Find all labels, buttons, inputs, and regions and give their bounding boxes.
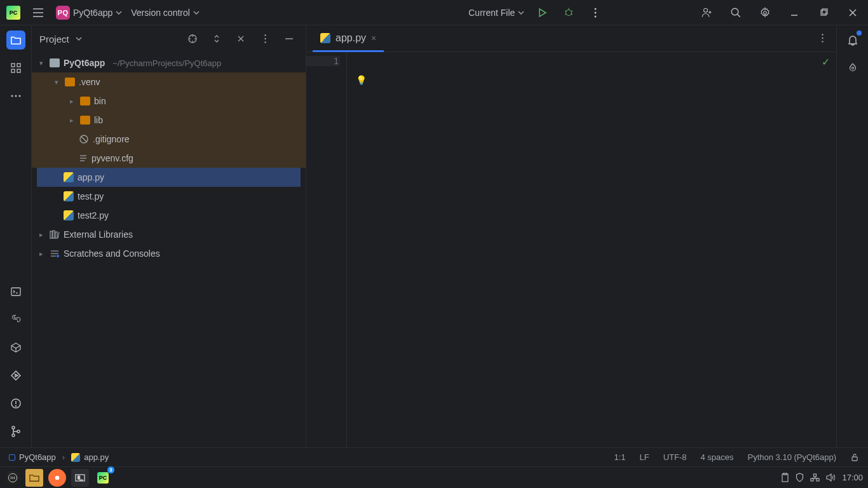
svg-point-41 bbox=[12, 434, 15, 437]
expand-collapse-button[interactable] bbox=[208, 30, 226, 48]
tree-item-label: lib bbox=[94, 115, 103, 125]
tray-shield-icon[interactable] bbox=[796, 473, 804, 482]
debug-button[interactable] bbox=[560, 4, 578, 22]
tree-item[interactable]: test.py bbox=[32, 187, 306, 206]
project-panel-title: Project bbox=[39, 34, 69, 44]
folder-icon bbox=[50, 58, 60, 67]
indent-settings[interactable]: 4 spaces bbox=[700, 452, 733, 462]
services-tool-button[interactable] bbox=[6, 366, 25, 385]
project-dropdown[interactable]: PQ PyQt6app bbox=[56, 6, 122, 20]
svg-marker-3 bbox=[539, 9, 546, 17]
readonly-toggle[interactable] bbox=[850, 453, 859, 462]
settings-button[interactable] bbox=[756, 4, 774, 22]
collapse-all-button[interactable] bbox=[232, 30, 250, 48]
chevron-down-icon[interactable] bbox=[76, 37, 82, 41]
breadcrumb[interactable]: PyQt6app bbox=[9, 452, 56, 462]
minimize-window-button[interactable] bbox=[785, 4, 803, 22]
breadcrumb-sep: › bbox=[62, 452, 65, 462]
tree-external-libraries[interactable]: ▸ External Libraries bbox=[32, 225, 306, 244]
tree-venv[interactable]: ▾ .venv bbox=[32, 72, 306, 92]
vcs-dropdown[interactable]: Version control bbox=[131, 8, 200, 18]
search-everywhere-button[interactable] bbox=[727, 4, 745, 22]
python-file-icon bbox=[71, 453, 80, 462]
taskbar-terminal[interactable]: $_ bbox=[71, 469, 89, 487]
svg-point-16 bbox=[731, 8, 738, 15]
taskbar-pycharm[interactable] bbox=[94, 469, 112, 487]
editor-code-area[interactable]: 💡 ✓ bbox=[347, 52, 836, 447]
svg-rect-27 bbox=[17, 69, 20, 72]
interpreter[interactable]: Python 3.10 (PyQt6app) bbox=[748, 452, 836, 462]
tree-scratches[interactable]: ▸ Scratches and Consoles bbox=[32, 244, 306, 263]
chevron-right-icon: ▸ bbox=[67, 97, 76, 105]
terminal-tool-button[interactable] bbox=[6, 282, 25, 301]
tree-item[interactable]: pyvenv.cfg bbox=[32, 149, 306, 168]
close-window-button[interactable] bbox=[844, 4, 862, 22]
structure-tool-button[interactable] bbox=[6, 58, 25, 78]
maximize-window-button[interactable] bbox=[815, 4, 832, 22]
run-button[interactable] bbox=[533, 4, 551, 22]
chevron-right-icon: ▸ bbox=[37, 231, 46, 239]
run-config-dropdown[interactable]: Current File bbox=[468, 8, 524, 18]
tree-item[interactable]: ▸ bin bbox=[32, 92, 306, 111]
panel-options-button[interactable] bbox=[256, 30, 274, 48]
python-packages-tool-button[interactable] bbox=[6, 338, 25, 357]
more-run-button[interactable] bbox=[587, 4, 604, 22]
tree-item[interactable]: .gitignore bbox=[32, 130, 306, 149]
main-menu-button[interactable] bbox=[29, 4, 47, 22]
tree-item[interactable]: ▸ lib bbox=[32, 111, 306, 130]
hide-panel-button[interactable] bbox=[280, 30, 298, 48]
svg-rect-31 bbox=[11, 288, 20, 295]
taskbar-firefox[interactable] bbox=[48, 469, 66, 487]
svg-point-73 bbox=[55, 475, 60, 480]
tray-clipboard-icon[interactable] bbox=[781, 473, 789, 482]
file-encoding[interactable]: UTF-8 bbox=[663, 452, 687, 462]
editor-gutter[interactable]: 1 bbox=[306, 52, 347, 447]
intention-bulb-icon[interactable]: 💡 bbox=[356, 75, 367, 85]
tree-item-label: bin bbox=[94, 96, 106, 106]
tray-volume-icon[interactable] bbox=[826, 473, 836, 482]
notifications-button[interactable] bbox=[843, 30, 862, 50]
svg-line-8 bbox=[565, 14, 566, 15]
more-tools-button[interactable] bbox=[6, 86, 25, 105]
ai-assistant-button[interactable] bbox=[843, 58, 862, 78]
svg-point-29 bbox=[15, 95, 17, 97]
tree-item-selected[interactable]: app.py bbox=[37, 168, 301, 187]
svg-text:$_: $_ bbox=[78, 475, 83, 480]
svg-marker-36 bbox=[15, 374, 18, 377]
run-config-label: Current File bbox=[468, 8, 515, 18]
text-file-icon bbox=[79, 154, 88, 163]
breadcrumb[interactable]: app.py bbox=[71, 452, 109, 462]
close-tab-button[interactable]: × bbox=[371, 33, 376, 43]
git-tool-button[interactable] bbox=[6, 422, 25, 441]
svg-rect-20 bbox=[821, 10, 826, 15]
python-file-icon bbox=[64, 191, 74, 201]
editor-tab[interactable]: app.py × bbox=[313, 25, 384, 52]
tree-item[interactable]: test2.py bbox=[32, 206, 306, 225]
svg-marker-35 bbox=[11, 371, 20, 380]
project-tool-button[interactable] bbox=[6, 30, 25, 50]
code-with-me-button[interactable] bbox=[698, 4, 715, 22]
tree-root[interactable]: ▾ PyQt6app ~/PycharmProjects/PyQt6app bbox=[32, 53, 306, 72]
tray-clock[interactable]: 17:00 bbox=[842, 473, 863, 482]
editor-tab-options-button[interactable] bbox=[813, 29, 831, 47]
vcs-label: Version control bbox=[131, 8, 190, 18]
svg-point-50 bbox=[264, 34, 266, 36]
taskbar-files[interactable] bbox=[25, 469, 43, 487]
os-menu-button[interactable] bbox=[5, 470, 20, 485]
analysis-ok-icon[interactable]: ✓ bbox=[822, 56, 830, 68]
svg-rect-24 bbox=[11, 64, 15, 67]
svg-point-70 bbox=[851, 67, 853, 69]
svg-line-62 bbox=[58, 232, 59, 238]
caret-position[interactable]: 1:1 bbox=[614, 452, 625, 462]
python-file-icon bbox=[320, 33, 330, 43]
problems-tool-button[interactable] bbox=[6, 394, 25, 413]
line-separator[interactable]: LF bbox=[639, 452, 649, 462]
svg-point-13 bbox=[704, 8, 708, 12]
tray-network-icon[interactable] bbox=[810, 473, 820, 482]
tree-item-label: test2.py bbox=[78, 210, 109, 220]
project-name-label: PyQt6app bbox=[73, 8, 112, 18]
python-console-tool-button[interactable] bbox=[6, 310, 25, 329]
svg-point-10 bbox=[595, 8, 597, 10]
select-opened-file-button[interactable] bbox=[184, 30, 201, 48]
editor-tab-label: app.py bbox=[336, 32, 366, 44]
